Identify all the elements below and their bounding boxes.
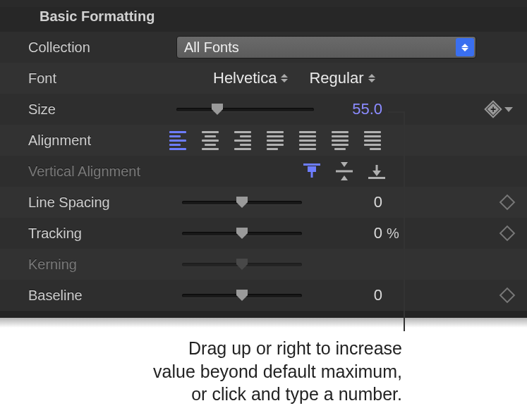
font-family-popup[interactable]: Helvetica <box>213 69 288 87</box>
row-line-spacing: Line Spacing 0 <box>0 187 527 218</box>
align-justify-right-icon[interactable] <box>364 131 381 150</box>
chevron-down-icon[interactable] <box>504 107 513 112</box>
row-collection: Collection All Fonts <box>0 32 527 63</box>
keyframe-diamond-icon[interactable] <box>499 288 516 304</box>
label-font: Font <box>28 70 176 87</box>
baseline-value[interactable]: 0 <box>332 286 382 304</box>
panel-title: Basic Formatting <box>0 7 527 32</box>
panel-shadow <box>0 318 527 328</box>
align-center-icon[interactable] <box>202 131 219 150</box>
label-baseline: Baseline <box>28 288 176 304</box>
font-style-value: Regular <box>309 69 363 87</box>
collection-select[interactable]: All Fonts <box>176 36 476 58</box>
label-kerning: Kerning <box>28 257 176 273</box>
label-alignment: Alignment <box>28 132 176 149</box>
label-collection: Collection <box>28 39 176 56</box>
keyframe-diamond-icon[interactable] <box>499 194 516 211</box>
label-line-spacing: Line Spacing <box>28 194 176 211</box>
valign-middle-icon[interactable] <box>336 163 353 179</box>
row-vertical-alignment: Vertical Alignment <box>0 156 527 187</box>
line-spacing-slider[interactable] <box>182 195 302 209</box>
size-value[interactable]: 55.0 <box>332 100 382 118</box>
baseline-slider[interactable] <box>182 288 302 302</box>
stepper-arrows-icon <box>281 74 288 82</box>
size-slider[interactable] <box>176 102 314 116</box>
font-style-popup[interactable]: Regular <box>309 69 375 87</box>
line-spacing-value[interactable]: 0 <box>332 193 382 211</box>
label-vertical-alignment: Vertical Alignment <box>28 163 176 180</box>
select-stepper-icon <box>456 38 474 56</box>
valign-top-icon[interactable] <box>303 163 320 179</box>
tracking-value[interactable]: 0 <box>332 224 382 242</box>
valign-bottom-icon[interactable] <box>368 163 385 179</box>
panel-footer-strip <box>0 311 527 318</box>
tracking-slider[interactable] <box>182 226 302 240</box>
label-tracking: Tracking <box>28 226 176 242</box>
align-right-icon[interactable] <box>234 131 251 150</box>
keyframe-diamond-icon[interactable] <box>499 226 516 242</box>
basic-formatting-panel: Basic Formatting Collection All Fonts Fo… <box>0 0 527 318</box>
stepper-arrows-icon <box>368 74 375 82</box>
row-kerning: Kerning <box>0 249 527 280</box>
callout-text: Drag up or right to increase value beyon… <box>99 337 402 406</box>
align-justify-left-icon[interactable] <box>267 131 284 150</box>
slider-thumb-icon <box>235 257 249 271</box>
kerning-slider <box>182 257 302 271</box>
slider-thumb-icon[interactable] <box>210 102 224 116</box>
align-justify-center-icon[interactable] <box>332 131 349 150</box>
slider-thumb-icon[interactable] <box>235 226 249 240</box>
row-alignment: Alignment <box>0 125 527 156</box>
tracking-unit: % <box>382 226 404 242</box>
row-size: Size 55.0 + <box>0 94 527 125</box>
font-family-value: Helvetica <box>213 69 277 87</box>
align-justify-icon[interactable] <box>299 131 316 150</box>
slider-thumb-icon[interactable] <box>235 288 249 302</box>
collection-value: All Fonts <box>184 39 239 56</box>
row-font: Font Helvetica Regular <box>0 63 527 94</box>
row-baseline: Baseline 0 <box>0 280 527 311</box>
slider-thumb-icon[interactable] <box>235 195 249 209</box>
align-left-icon[interactable] <box>169 131 186 150</box>
row-tracking: Tracking 0 % <box>0 218 527 249</box>
label-size: Size <box>28 101 176 118</box>
add-keyframe-icon[interactable]: + <box>486 102 500 116</box>
